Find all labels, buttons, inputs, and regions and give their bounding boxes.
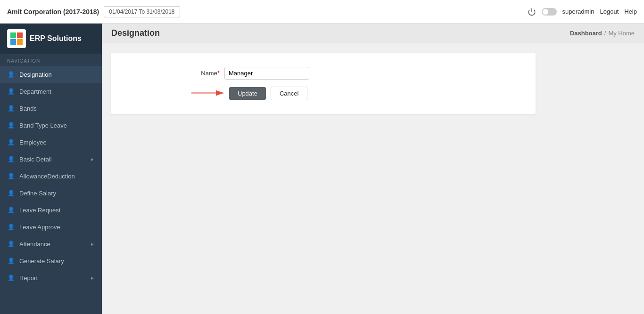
sidebar-item-label: Basic Detail xyxy=(19,156,52,163)
breadcrumb-dashboard[interactable]: Dashboard xyxy=(570,30,602,37)
sidebar-item-label: Department xyxy=(19,88,51,95)
generate-salary-icon: 👤 xyxy=(7,257,15,265)
sidebar-item-label: Report xyxy=(19,274,38,282)
breadcrumb: Dashboard / My Home xyxy=(570,30,635,37)
name-label: Name* xyxy=(130,70,224,77)
date-range-button[interactable]: 01/04/2017 To 31/03/2018 xyxy=(104,6,180,17)
sidebar-item-designation[interactable]: 👤 Designation xyxy=(0,66,102,83)
username: superadmin xyxy=(562,8,594,15)
name-input[interactable] xyxy=(224,67,309,80)
sidebar-item-report[interactable]: 👤 Report ► xyxy=(0,269,102,286)
nav-label: NAVIGATION xyxy=(0,54,102,66)
report-icon: 👤 xyxy=(7,274,15,282)
sidebar-item-label: Designation xyxy=(19,71,52,78)
toggle-switch[interactable] xyxy=(542,8,557,16)
attendance-icon: 👤 xyxy=(7,240,15,248)
company-name: Amit Corporation (2017-2018) xyxy=(7,8,99,16)
sidebar-item-label: AllowanceDeduction xyxy=(19,173,75,180)
sidebar-item-basic-detail[interactable]: 👤 Basic Detail ► xyxy=(0,151,102,168)
svg-rect-1 xyxy=(10,32,16,38)
sidebar-item-department[interactable]: 👤 Department xyxy=(0,83,102,100)
breadcrumb-bar: Designation Dashboard / My Home xyxy=(102,24,644,43)
sidebar-item-leave-approve[interactable]: 👤 Leave Approve xyxy=(0,218,102,235)
sidebar-item-label: Attendance xyxy=(19,241,50,248)
sidebar-item-label: Leave Request xyxy=(19,207,60,214)
sidebar-item-allowance-deduction[interactable]: 👤 AllowanceDeduction xyxy=(0,168,102,185)
sidebar-item-define-salary[interactable]: 👤 Define Salary xyxy=(0,185,102,201)
sidebar: ERP Solutions NAVIGATION 👤 Designation 👤… xyxy=(0,24,102,314)
layout: ERP Solutions NAVIGATION 👤 Designation 👤… xyxy=(0,24,644,314)
sidebar-item-bands[interactable]: 👤 Bands xyxy=(0,100,102,117)
cancel-button[interactable]: Cancel xyxy=(271,87,307,100)
sidebar-item-label: Define Salary xyxy=(19,190,56,197)
logo-text: ERP Solutions xyxy=(30,34,82,43)
sidebar-item-label: Generate Salary xyxy=(19,258,64,265)
sidebar-item-label: Leave Approve xyxy=(19,224,60,231)
attendance-chevron: ► xyxy=(90,242,95,247)
sidebar-item-label: Bands xyxy=(19,105,37,112)
sidebar-item-employee[interactable]: 👤 Employee xyxy=(0,134,102,151)
sidebar-item-label: Band Type Leave xyxy=(19,122,67,129)
sidebar-logo: ERP Solutions xyxy=(0,24,102,54)
help-link[interactable]: Help xyxy=(624,8,637,15)
content-area: Name* xyxy=(102,43,644,314)
sidebar-item-generate-salary[interactable]: 👤 Generate Salary xyxy=(0,252,102,269)
main: Designation Dashboard / My Home Name* xyxy=(102,24,644,314)
report-chevron: ► xyxy=(90,275,95,281)
sidebar-item-leave-request[interactable]: 👤 Leave Request xyxy=(0,201,102,218)
sidebar-item-band-type-leave[interactable]: 👤 Band Type Leave xyxy=(0,117,102,134)
allowance-icon: 👤 xyxy=(7,172,15,180)
arrow-indicator xyxy=(191,88,227,99)
svg-rect-4 xyxy=(17,39,23,45)
topbar-right: superadmin Logout Help xyxy=(528,8,637,16)
leave-approve-icon: 👤 xyxy=(7,223,15,231)
page-title: Designation xyxy=(111,28,160,38)
svg-rect-2 xyxy=(17,32,23,38)
breadcrumb-separator: / xyxy=(604,30,606,37)
band-type-leave-icon: 👤 xyxy=(7,121,15,129)
topbar-left: Amit Corporation (2017-2018) 01/04/2017 … xyxy=(7,6,180,17)
leave-request-icon: 👤 xyxy=(7,206,15,214)
name-field-row: Name* xyxy=(130,67,517,80)
topbar: Amit Corporation (2017-2018) 01/04/2017 … xyxy=(0,0,644,24)
power-icon[interactable] xyxy=(528,8,536,16)
form-buttons-row: Update Cancel xyxy=(229,87,517,100)
define-salary-icon: 👤 xyxy=(7,189,15,197)
logout-link[interactable]: Logout xyxy=(600,8,619,15)
svg-rect-3 xyxy=(10,39,16,45)
employee-icon: 👤 xyxy=(7,138,15,146)
sidebar-item-label: Employee xyxy=(19,139,47,146)
designation-icon: 👤 xyxy=(7,71,15,78)
sidebar-item-attendance[interactable]: 👤 Attendance ► xyxy=(0,235,102,252)
update-button[interactable]: Update xyxy=(229,87,266,100)
department-icon: 👤 xyxy=(7,88,15,95)
required-marker: * xyxy=(217,70,220,77)
basic-detail-chevron: ► xyxy=(90,157,95,162)
logo-box xyxy=(7,29,26,48)
basic-detail-icon: 👤 xyxy=(7,155,15,163)
breadcrumb-current: My Home xyxy=(608,30,635,37)
form-card: Name* xyxy=(111,53,536,114)
bands-icon: 👤 xyxy=(7,105,15,112)
